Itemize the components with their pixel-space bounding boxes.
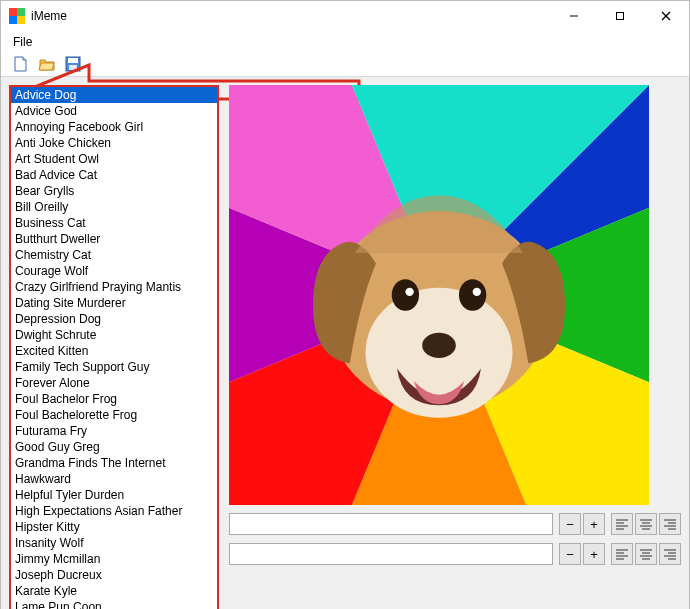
svg-point-21 [392,279,419,311]
client-area: Advice DogAdvice GodAnnoying Facebook Gi… [1,77,689,609]
list-item[interactable]: Business Cat [11,215,217,231]
list-item[interactable]: Forever Alone [11,375,217,391]
template-list-highlight: Advice DogAdvice GodAnnoying Facebook Gi… [9,85,219,609]
app-window: iMeme File [0,0,690,609]
bottom-align-right-button[interactable] [659,543,681,565]
open-folder-icon [38,55,56,73]
list-item[interactable]: Foul Bachelor Frog [11,391,217,407]
list-item[interactable]: Insanity Wolf [11,535,217,551]
list-item[interactable]: Chemistry Cat [11,247,217,263]
template-listbox[interactable]: Advice DogAdvice GodAnnoying Facebook Gi… [11,87,217,609]
list-item[interactable]: Crazy Girlfriend Praying Mantis [11,279,217,295]
maximize-button[interactable] [597,1,643,31]
list-item[interactable]: Excited Kitten [11,343,217,359]
svg-rect-1 [17,8,25,16]
window-controls [551,1,689,31]
menubar: File [1,31,689,52]
caption-rows: − + − + [229,513,681,565]
svg-point-25 [422,333,456,358]
svg-rect-3 [17,16,25,24]
bottom-align-center-button[interactable] [635,543,657,565]
list-item[interactable]: Hawkward [11,471,217,487]
bottom-align-left-button[interactable] [611,543,633,565]
bottom-font-decrease-button[interactable]: − [559,543,581,565]
top-align-right-button[interactable] [659,513,681,535]
top-text-input[interactable] [229,513,553,535]
top-align-center-button[interactable] [635,513,657,535]
titlebar: iMeme [1,1,689,31]
list-item[interactable]: Good Guy Greg [11,439,217,455]
save-button[interactable] [63,54,83,74]
list-item[interactable]: Depression Dog [11,311,217,327]
save-icon [64,55,82,73]
list-item[interactable]: Joseph Ducreux [11,567,217,583]
list-item[interactable]: Futurama Fry [11,423,217,439]
list-item[interactable]: Advice Dog [11,87,217,103]
list-item[interactable]: High Expectations Asian Father [11,503,217,519]
list-item[interactable]: Dating Site Murderer [11,295,217,311]
list-item[interactable]: Anti Joke Chicken [11,135,217,151]
list-item[interactable]: Bad Advice Cat [11,167,217,183]
list-item[interactable]: Family Tech Support Guy [11,359,217,375]
list-item[interactable]: Annoying Facebook Girl [11,119,217,135]
app-icon [9,8,25,24]
list-item[interactable]: Courage Wolf [11,263,217,279]
list-item[interactable]: Bill Oreilly [11,199,217,215]
list-item[interactable]: Advice God [11,103,217,119]
new-file-button[interactable] [11,54,31,74]
template-panel: Advice DogAdvice GodAnnoying Facebook Gi… [9,85,219,609]
svg-rect-2 [9,16,17,24]
svg-rect-0 [9,8,17,16]
svg-point-23 [405,288,413,296]
top-font-increase-button[interactable]: + [583,513,605,535]
list-item[interactable]: Butthurt Dweller [11,231,217,247]
window-title: iMeme [31,9,551,23]
list-item[interactable]: Hipster Kitty [11,519,217,535]
top-font-decrease-button[interactable]: − [559,513,581,535]
toolbar [1,52,689,77]
list-item[interactable]: Helpful Tyler Durden [11,487,217,503]
svg-rect-5 [617,13,624,20]
list-item[interactable]: Art Student Owl [11,151,217,167]
bottom-text-input[interactable] [229,543,553,565]
list-item[interactable]: Karate Kyle [11,583,217,599]
svg-rect-9 [68,58,78,63]
open-button[interactable] [37,54,57,74]
list-item[interactable]: Jimmy Mcmillan [11,551,217,567]
meme-preview [229,85,649,505]
file-menu[interactable]: File [7,33,38,51]
list-item[interactable]: Lame Pun Coon [11,599,217,609]
svg-point-24 [473,288,481,296]
svg-point-22 [459,279,486,311]
bottom-font-increase-button[interactable]: + [583,543,605,565]
close-button[interactable] [643,1,689,31]
top-align-left-button[interactable] [611,513,633,535]
svg-rect-10 [69,65,77,70]
list-item[interactable]: Dwight Schrute [11,327,217,343]
minimize-button[interactable] [551,1,597,31]
list-item[interactable]: Bear Grylls [11,183,217,199]
top-caption-row: − + [229,513,681,535]
new-file-icon [12,55,30,73]
list-item[interactable]: Foul Bachelorette Frog [11,407,217,423]
right-panel: − + − + [229,85,681,609]
bottom-caption-row: − + [229,543,681,565]
list-item[interactable]: Grandma Finds The Internet [11,455,217,471]
